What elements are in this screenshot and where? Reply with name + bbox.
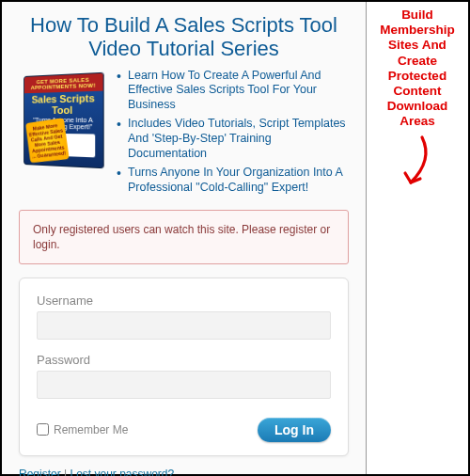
main-panel: How To Build A Sales Scripts Tool Video … xyxy=(2,2,367,474)
arrow-icon xyxy=(394,132,441,198)
password-input[interactable] xyxy=(37,371,331,399)
annotation-text: Build Membership Sites And Create Protec… xyxy=(370,8,464,130)
page-headline: How To Build A Sales Scripts Tool Video … xyxy=(19,13,349,61)
product-burst: Make More Effective Sales Calls And Get … xyxy=(25,118,70,163)
frame: How To Build A Sales Scripts Tool Video … xyxy=(0,0,470,476)
login-footer: Remember Me Log In xyxy=(37,418,331,442)
auth-links: Register | Lost your password? xyxy=(19,468,349,476)
lost-password-link[interactable]: Lost your password? xyxy=(70,468,174,476)
product-banner: GET MORE SALES APPOINTMENTS NOW! xyxy=(24,72,103,92)
bullet-item: Includes Video Tutorials, Script Templat… xyxy=(117,117,349,161)
feature-bullets: Learn How To Create A Powerful And Effec… xyxy=(117,69,349,200)
password-label: Password xyxy=(37,353,331,367)
annotation-panel: Build Membership Sites And Create Protec… xyxy=(367,2,468,474)
login-form: Username Password Remember Me Log In xyxy=(19,278,349,456)
access-warning: Only registered users can watch this sit… xyxy=(19,210,349,264)
remember-me[interactable]: Remember Me xyxy=(37,423,128,436)
remember-label: Remember Me xyxy=(54,423,128,436)
link-separator: | xyxy=(61,468,70,476)
username-input[interactable] xyxy=(37,311,331,340)
username-label: Username xyxy=(37,294,331,308)
bullet-item: Learn How To Create A Powerful And Effec… xyxy=(117,69,349,113)
product-title: Sales Scripts Tool xyxy=(24,90,103,116)
hero-row: GET MORE SALES APPOINTMENTS NOW! Sales S… xyxy=(19,69,349,200)
register-link[interactable]: Register xyxy=(19,468,61,476)
product-box-image: GET MORE SALES APPOINTMENTS NOW! Sales S… xyxy=(19,69,109,172)
login-button[interactable]: Log In xyxy=(258,418,331,442)
bullet-item: Turns Anyone In Your Organization Into A… xyxy=(117,166,349,195)
remember-checkbox[interactable] xyxy=(37,423,49,436)
